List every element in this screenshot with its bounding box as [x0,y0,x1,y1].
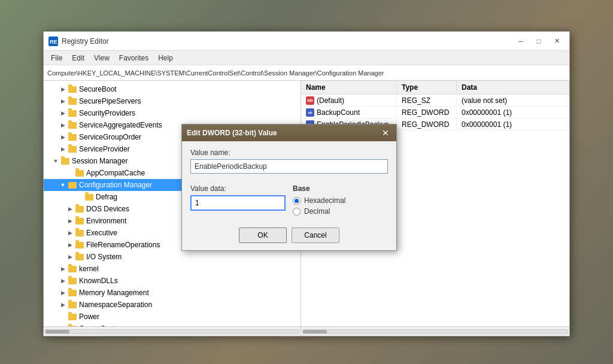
tree-item-power[interactable]: Power [44,311,301,323]
toggle-icon: ▼ [51,158,60,164]
cancel-button[interactable]: Cancel [292,228,339,243]
tree-item-known-dlls[interactable]: ▶ KnownDLLs [44,275,301,287]
address-bar: Computer\HKEY_LOCAL_MACHINE\SYSTEM\Curre… [44,65,569,81]
toggle-icon: ▶ [58,146,68,152]
value-name-input[interactable] [190,159,388,174]
reg-dword-icon: ab [306,108,314,117]
tree-label: Power [79,313,99,321]
tree-label: SecureBoot [79,85,117,93]
radio-dec-btn[interactable] [293,208,301,216]
cell-name-default: ab (Default) [301,95,397,106]
value-data-col: Value data: [190,184,286,216]
tree-label: SecurityProviders [79,109,135,117]
title-bar: RE Registry Editor ─ □ ✕ [44,32,569,51]
tree-label: Configuration Manager [79,181,152,189]
dialog-title-text: Edit DWORD (32-bit) Value [187,129,277,137]
toggle-icon: ▶ [58,290,68,296]
tree-label: ServiceGroupOrder [79,133,141,141]
folder-icon [68,97,77,105]
tree-item-kernel[interactable]: ▶ kernel [44,263,301,275]
menu-view[interactable]: View [89,53,114,63]
value-data-input[interactable] [190,195,286,211]
toggle-icon: ▶ [58,134,68,140]
tree-label: ServiceAggregatedEvents [79,121,162,129]
col-data-header: Data [457,81,569,94]
base-label: Base [293,184,388,193]
tree-label: AppCompatCache [86,169,145,177]
toggle-icon: ▶ [58,86,68,92]
window-title: Registry Editor [62,37,109,46]
ok-button[interactable]: OK [239,228,287,243]
tree-item-io-system[interactable]: ▶ I/O System [44,251,301,263]
tree-label: Session Manager [72,157,128,165]
tree-label: ServiceProvider [79,145,130,153]
cell-data-enable-periodic-backup: 0x00000001 (1) [457,119,569,130]
scrollbar-area [44,326,569,336]
folder-icon [68,145,77,153]
folder-icon [75,253,84,261]
folder-icon [68,324,77,326]
title-bar-left: RE Registry Editor [48,37,109,46]
menu-edit[interactable]: Edit [67,53,89,63]
radio-dec-label: Decimal [304,207,330,216]
toggle-icon: ▶ [58,98,68,104]
hscroll-details-track[interactable] [302,329,568,334]
tree-item-quota-system[interactable]: Quota System [44,323,301,326]
menu-bar: File Edit View Favorites Help [44,51,569,65]
tree-label: KnownDLLs [79,277,118,285]
hscroll-details-thumb[interactable] [303,330,327,333]
svg-text:RE: RE [50,39,57,45]
backup-count-name: BackupCount [317,108,360,117]
tree-item-secure-pipe-servers[interactable]: ▶ SecurePipeServers [44,95,301,107]
col-type-header: Type [397,81,457,94]
menu-favorites[interactable]: Favorites [114,53,153,63]
dialog-footer: OK Cancel [182,223,396,250]
tree-label: FileRenameOperations [86,241,160,249]
folder-icon [75,229,84,237]
tree-item-memory-management[interactable]: ▶ Memory Management [44,287,301,299]
minimize-button[interactable]: ─ [513,36,529,47]
folder-icon [68,181,77,189]
radio-decimal[interactable]: Decimal [293,207,388,216]
maximize-button[interactable]: □ [531,36,547,47]
base-col: Base Hexadecimal Decimal [293,184,388,216]
cell-data-default: (value not set) [457,95,569,106]
tree-item-security-providers[interactable]: ▶ SecurityProviders [44,107,301,119]
title-bar-controls: ─ □ ✕ [513,36,565,47]
toggle-icon: ▶ [65,254,75,260]
toggle-icon: ▶ [65,242,75,248]
reg-sz-icon: ab [306,96,314,105]
folder-icon [68,133,77,141]
folder-icon [84,193,94,201]
folder-icon [60,157,70,165]
toggle-icon: ▶ [58,110,68,116]
toggle-icon: ▶ [65,230,75,236]
radio-hexadecimal[interactable]: Hexadecimal [293,196,388,205]
radio-hex-btn[interactable] [293,197,301,205]
toggle-icon: ▶ [58,266,68,272]
folder-icon [75,217,84,225]
default-name: (Default) [317,96,344,105]
details-row-default[interactable]: ab (Default) REG_SZ (value not set) [301,95,569,107]
cell-type-default: REG_SZ [397,95,457,106]
tree-item-secure-boot[interactable]: ▶ SecureBoot [44,83,301,95]
tree-label: SecurePipeServers [79,97,141,105]
cell-type-backup-count: REG_DWORD [397,107,457,118]
dialog-input-row: Value data: Base Hexadecimal Decimal [190,184,388,216]
dialog-close-button[interactable]: ✕ [380,128,392,138]
tree-item-namespace-separation[interactable]: ▶ NamespaceSeparation [44,299,301,311]
hscroll-tree-thumb[interactable] [45,330,69,333]
hscroll-tree [44,327,301,336]
close-button[interactable]: ✕ [549,36,565,47]
hscroll-tree-track[interactable] [45,329,299,334]
address-text: Computer\HKEY_LOCAL_MACHINE\SYSTEM\Curre… [47,69,384,77]
menu-file[interactable]: File [46,53,67,63]
toggle-icon: ▼ [58,182,68,188]
regedit-icon: RE [48,37,58,46]
toggle-icon: ▶ [58,122,68,128]
edit-dword-dialog: Edit DWORD (32-bit) Value ✕ Value name: … [181,124,397,251]
details-row-backup-count[interactable]: ab BackupCount REG_DWORD 0x00000001 (1) [301,107,569,119]
folder-icon [75,241,84,249]
tree-label: Environment [86,217,126,225]
menu-help[interactable]: Help [153,53,178,63]
